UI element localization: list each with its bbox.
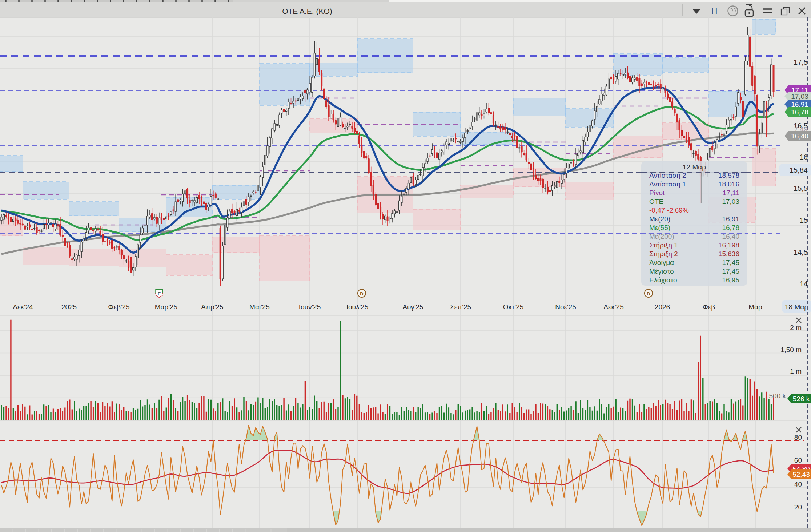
svg-text:17,45: 17,45: [722, 267, 739, 275]
svg-text:Με(200): Με(200): [649, 233, 674, 240]
svg-text:D: D: [647, 291, 650, 297]
svg-text:14,5: 14,5: [794, 248, 808, 256]
svg-text:526 k: 526 k: [793, 395, 810, 403]
svg-text:Με(20): Με(20): [649, 215, 670, 223]
svg-text:16,40: 16,40: [722, 233, 739, 240]
svg-text:2025: 2025: [61, 303, 77, 311]
svg-text:52,43: 52,43: [792, 471, 810, 478]
svg-text:14: 14: [800, 280, 808, 288]
svg-text:1 m: 1 m: [790, 367, 802, 375]
svg-text:17,11: 17,11: [723, 189, 739, 197]
svg-text:Οκτ'25: Οκτ'25: [503, 303, 524, 311]
svg-text:16,198: 16,198: [718, 241, 739, 249]
svg-text:1,50 m: 1,50 m: [780, 346, 802, 354]
svg-text:Φεβ: Φεβ: [703, 303, 715, 311]
svg-text:Αντίσταση 2: Αντίσταση 2: [649, 172, 686, 179]
svg-text:Νοε'25: Νοε'25: [555, 303, 576, 311]
svg-text:18 Μαρ: 18 Μαρ: [785, 303, 808, 311]
svg-text:16,40: 16,40: [791, 132, 808, 140]
svg-text:20: 20: [794, 503, 802, 511]
svg-text:Άνοιγμα: Άνοιγμα: [649, 259, 674, 266]
svg-text:Μαρ: Μαρ: [748, 303, 762, 311]
svg-text:H: H: [711, 7, 718, 16]
svg-text:17,45: 17,45: [722, 259, 739, 266]
svg-text:E: E: [158, 291, 161, 297]
svg-text:40: 40: [794, 480, 802, 488]
svg-text:Pivot: Pivot: [649, 189, 665, 197]
svg-text:16,91: 16,91: [791, 101, 808, 108]
svg-text:Δεκ'25: Δεκ'25: [603, 303, 623, 311]
svg-text:15: 15: [800, 216, 808, 224]
svg-text:16,91: 16,91: [722, 215, 739, 223]
svg-text:16: 16: [800, 153, 808, 161]
svg-text:Ιουν'25: Ιουν'25: [299, 303, 321, 311]
svg-text:Απρ'25: Απρ'25: [201, 303, 223, 311]
svg-text:Δεκ'24: Δεκ'24: [13, 303, 33, 311]
svg-text:Μαρ'25: Μαρ'25: [155, 303, 177, 311]
svg-text:15,636: 15,636: [718, 250, 739, 258]
svg-text:Στήριξη 2: Στήριξη 2: [649, 250, 678, 258]
svg-text:17,03: 17,03: [722, 198, 739, 205]
svg-text:60: 60: [794, 456, 802, 464]
svg-text:18,578: 18,578: [718, 172, 739, 179]
svg-text:Μέγιστο: Μέγιστο: [649, 267, 674, 275]
svg-text:18,016: 18,016: [718, 180, 739, 188]
svg-text:Ιουλ'25: Ιουλ'25: [346, 303, 369, 311]
svg-text:12 Μαρ: 12 Μαρ: [683, 163, 706, 171]
svg-text:Αυγ'25: Αυγ'25: [402, 303, 423, 311]
svg-text:2 m: 2 m: [790, 324, 802, 331]
svg-text:Φεβ'25: Φεβ'25: [108, 303, 129, 311]
svg-text:OTE: OTE: [649, 198, 663, 205]
svg-text:-0,47 -2,69%: -0,47 -2,69%: [649, 206, 689, 214]
svg-text:15,84: 15,84: [790, 166, 808, 174]
svg-text:16,95: 16,95: [722, 276, 739, 284]
svg-text:Μαι'25: Μαι'25: [249, 303, 270, 311]
svg-text:15,5: 15,5: [794, 184, 808, 192]
svg-text:500 k: 500 k: [769, 392, 786, 400]
svg-text:Στήριξη 1: Στήριξη 1: [649, 241, 678, 249]
svg-text:Σεπ'25: Σεπ'25: [450, 303, 471, 311]
svg-text:2026: 2026: [655, 303, 670, 311]
svg-text:Με(55): Με(55): [649, 224, 670, 231]
svg-text:17,5: 17,5: [794, 58, 808, 66]
svg-text:D: D: [360, 291, 363, 297]
svg-text:Ελάχιστο: Ελάχιστο: [649, 276, 677, 284]
svg-text:OTE A.E. (KO): OTE A.E. (KO): [282, 7, 332, 15]
svg-text:80: 80: [794, 434, 802, 441]
svg-text:Αντίσταση 1: Αντίσταση 1: [649, 180, 686, 188]
svg-text:16,78: 16,78: [791, 108, 808, 116]
svg-text:16,78: 16,78: [722, 224, 739, 231]
svg-text:17,03: 17,03: [791, 93, 808, 100]
